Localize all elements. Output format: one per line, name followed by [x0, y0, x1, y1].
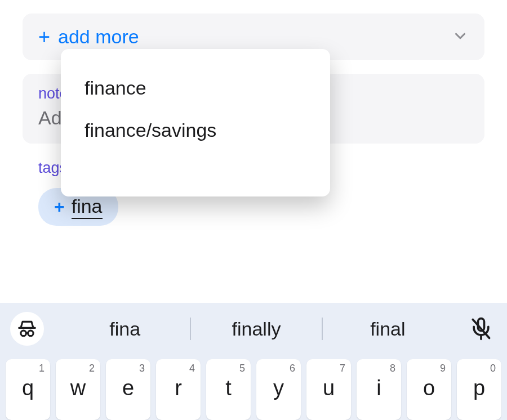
add-more-left: + add more: [38, 26, 139, 48]
key-q[interactable]: 1q: [6, 359, 50, 420]
plus-icon: +: [54, 198, 65, 216]
key-letter: w: [70, 376, 86, 400]
key-o[interactable]: 9o: [407, 359, 451, 420]
key-r[interactable]: 4r: [156, 359, 201, 420]
add-more-label: add more: [58, 26, 139, 48]
key-digit: 5: [239, 363, 245, 374]
suggestion-bar: fina finally final: [0, 303, 507, 355]
mic-off-icon: [469, 316, 493, 341]
key-w[interactable]: 2w: [56, 359, 100, 420]
key-digit: 1: [39, 363, 45, 374]
key-digit: 2: [89, 363, 95, 374]
key-letter: y: [273, 376, 284, 400]
suggestion[interactable]: finally: [191, 318, 321, 340]
tag-input[interactable]: fina: [72, 195, 103, 219]
key-letter: p: [473, 376, 485, 400]
key-digit: 6: [290, 363, 295, 374]
autocomplete-popup: finance finance/savings: [61, 49, 330, 196]
plus-icon: +: [38, 27, 50, 47]
key-y[interactable]: 6y: [256, 359, 301, 420]
key-row: 1q 2w 3e 4r 5t 6y 7u 8i 9o 0p: [0, 355, 507, 420]
suggestion[interactable]: final: [323, 318, 453, 340]
key-digit: 3: [139, 363, 145, 374]
key-p[interactable]: 0p: [457, 359, 501, 420]
suggestion[interactable]: fina: [60, 318, 190, 340]
key-letter: r: [175, 376, 182, 400]
incognito-button[interactable]: [10, 312, 44, 346]
incognito-icon: [16, 318, 38, 339]
key-t[interactable]: 5t: [206, 359, 251, 420]
chevron-down-icon: [452, 28, 469, 47]
key-letter: t: [225, 376, 232, 400]
key-digit: 9: [440, 363, 446, 374]
suggestions: fina finally final: [60, 318, 453, 340]
key-digit: 7: [340, 363, 345, 374]
key-letter: q: [22, 376, 34, 400]
autocomplete-item[interactable]: finance/savings: [61, 109, 330, 151]
key-letter: o: [423, 376, 435, 400]
key-letter: i: [376, 376, 381, 400]
autocomplete-item[interactable]: finance: [61, 67, 330, 109]
key-digit: 8: [390, 363, 395, 374]
key-letter: e: [122, 376, 134, 400]
key-digit: 0: [490, 363, 496, 374]
key-letter: u: [323, 376, 335, 400]
key-e[interactable]: 3e: [106, 359, 150, 420]
keyboard: fina finally final 1q 2w 3e 4r 5t 6y 7u …: [0, 303, 507, 420]
mic-button[interactable]: [465, 313, 497, 345]
key-i[interactable]: 8i: [357, 359, 401, 420]
key-u[interactable]: 7u: [306, 359, 351, 420]
key-digit: 4: [189, 363, 195, 374]
